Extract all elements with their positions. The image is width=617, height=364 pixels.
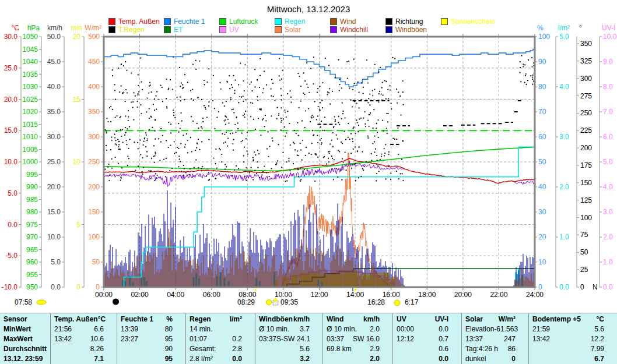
- svg-text:75: 75: [580, 231, 588, 239]
- legend-label: Feuchte 1: [174, 17, 205, 26]
- stats-col-uv: UVUV-I00:000.012:120.70.60.0: [392, 313, 461, 364]
- svg-text:0: 0: [96, 283, 100, 291]
- legend-swatch-icon: [108, 26, 115, 33]
- svg-text:70: 70: [538, 108, 546, 116]
- stats-row-label: MaxWert: [3, 334, 48, 344]
- svg-text:1015: 1015: [22, 121, 38, 129]
- legend-swatch-icon: [441, 18, 448, 25]
- stats-table: SensorMinWertMaxWertDurchschnitt13.12. 2…: [0, 313, 617, 364]
- axis-l/m²: 5.04.03.02.01.00.0l/m²: [556, 24, 570, 291]
- svg-text:00:00: 00:00: [95, 291, 113, 299]
- svg-text:25: 25: [580, 266, 588, 274]
- svg-text:2.0: 2.0: [603, 233, 613, 241]
- svg-text:30.0: 30.0: [4, 33, 18, 41]
- svg-text:150: 150: [88, 208, 100, 216]
- svg-text:06:00: 06:00: [203, 291, 220, 299]
- stats-row-labels: SensorMinWertMaxWertDurchschnitt13.12. 2…: [0, 313, 50, 364]
- svg-text:25.0: 25.0: [4, 64, 18, 72]
- svg-text:15.0: 15.0: [4, 126, 18, 135]
- svg-text:20: 20: [73, 33, 81, 41]
- svg-text:2.0: 2.0: [559, 183, 569, 191]
- axis-°: 3503253002752502252001751501251007550250…: [577, 24, 598, 291]
- svg-text:175: 175: [580, 161, 592, 169]
- stats-value-row: 69.8 km2.9: [327, 344, 380, 354]
- stats-col-header: UVUV-I: [397, 314, 448, 324]
- svg-text:4.0: 4.0: [603, 183, 613, 191]
- legend-swatch-icon: [219, 26, 226, 33]
- legend-swatch-icon: [164, 18, 171, 25]
- chart-legend: Temp. AußenFeuchte 1LuftdruckRegenWindRi…: [108, 17, 496, 34]
- stats-col-header: Regenl/m²: [190, 314, 242, 324]
- svg-text:16:00: 16:00: [383, 291, 400, 299]
- svg-text:300: 300: [88, 133, 100, 141]
- svg-text:min: min: [71, 24, 82, 32]
- time-axis-labels: 00:0002:0004:0006:0008:0010:0012:0014:00…: [95, 291, 544, 299]
- svg-text:150: 150: [580, 179, 592, 187]
- stats-value-row: 90: [121, 344, 173, 354]
- stats-value-row: 8.26: [54, 344, 104, 354]
- svg-text:1040: 1040: [22, 58, 38, 66]
- legend-item: T.Regen: [108, 26, 164, 34]
- stats-value-row: 00:000.0: [397, 324, 448, 334]
- svg-text:960: 960: [26, 258, 38, 266]
- svg-text:250: 250: [580, 109, 592, 117]
- svg-text:08:00: 08:00: [239, 291, 256, 299]
- svg-text:10: 10: [73, 158, 81, 166]
- svg-text:200: 200: [88, 183, 100, 191]
- page-title: Mittwoch, 13.12.2023: [0, 4, 617, 14]
- stats-value-row: 03:37SW 16.0: [327, 334, 380, 344]
- svg-text:990: 990: [26, 183, 38, 191]
- legend-swatch-icon: [330, 26, 337, 33]
- stats-value-row: 0.6: [397, 344, 448, 354]
- svg-text:02:00: 02:00: [131, 291, 149, 299]
- stats-col-header: Temp. Außen°C: [54, 314, 104, 324]
- svg-text:0: 0: [580, 283, 584, 291]
- svg-text:10.0: 10.0: [603, 33, 617, 41]
- svg-text:5.0: 5.0: [603, 158, 613, 166]
- svg-text:250: 250: [88, 158, 100, 166]
- legend-item: Windchill: [330, 26, 385, 34]
- svg-text:24:00: 24:00: [526, 291, 544, 299]
- stats-value-row: 5.6: [259, 344, 310, 354]
- svg-text:970: 970: [26, 233, 38, 241]
- stats-col-temp-au-en: Temp. Außen°C21:566.613:4210.68.267.1: [50, 313, 117, 364]
- stats-value-row: 2.0: [327, 354, 380, 364]
- svg-text:100: 100: [88, 233, 100, 241]
- legend-item: UV: [219, 26, 275, 34]
- svg-text:0.0: 0.0: [559, 283, 569, 291]
- legend-item: Wind: [330, 17, 385, 26]
- svg-text:6:17: 6:17: [405, 298, 419, 306]
- stats-value-row: 23:2795: [121, 334, 173, 344]
- legend-swatch-icon: [164, 26, 171, 33]
- stats-value-row: Elevation-61.563: [465, 324, 516, 334]
- legend-label: T.Regen: [118, 26, 145, 34]
- svg-text:50: 50: [538, 158, 546, 166]
- svg-text:450: 450: [88, 58, 100, 66]
- svg-text:18:00: 18:00: [418, 291, 436, 299]
- svg-text:90: 90: [538, 58, 546, 66]
- svg-text:l/m²: l/m²: [558, 24, 570, 32]
- legend-item: ET: [164, 26, 219, 34]
- axis-hPa: 1050104510401035103010251020101510101005…: [22, 24, 41, 291]
- svg-text:40.0: 40.0: [47, 83, 61, 91]
- stats-value-row: 7.1: [54, 354, 104, 364]
- svg-text:500: 500: [88, 33, 100, 41]
- stats-value-row: 01:070.2: [190, 334, 242, 344]
- stats-col-regen: Regenl/m²14 min.01:070.2Gesamt:2.82.8 l/…: [185, 313, 255, 364]
- svg-text:350: 350: [580, 40, 592, 48]
- svg-text:20.0: 20.0: [47, 183, 61, 191]
- stats-value-row: 6.7: [532, 354, 604, 364]
- stats-value-row: 03:37S-SW 24.1: [259, 334, 310, 344]
- svg-text:15: 15: [73, 96, 81, 104]
- svg-text:50: 50: [580, 248, 588, 256]
- svg-text:6.0: 6.0: [603, 133, 613, 141]
- stats-row-label: MinWert: [3, 324, 48, 334]
- legend-swatch-icon: [385, 26, 392, 33]
- legend-swatch-icon: [385, 18, 392, 25]
- svg-text:985: 985: [26, 196, 38, 204]
- svg-text:12:00: 12:00: [310, 291, 328, 299]
- svg-text:45.0: 45.0: [47, 58, 61, 66]
- svg-text:200: 200: [580, 144, 592, 152]
- legend-item: Regen: [275, 17, 330, 26]
- legend-item: Luftdruck: [219, 17, 275, 26]
